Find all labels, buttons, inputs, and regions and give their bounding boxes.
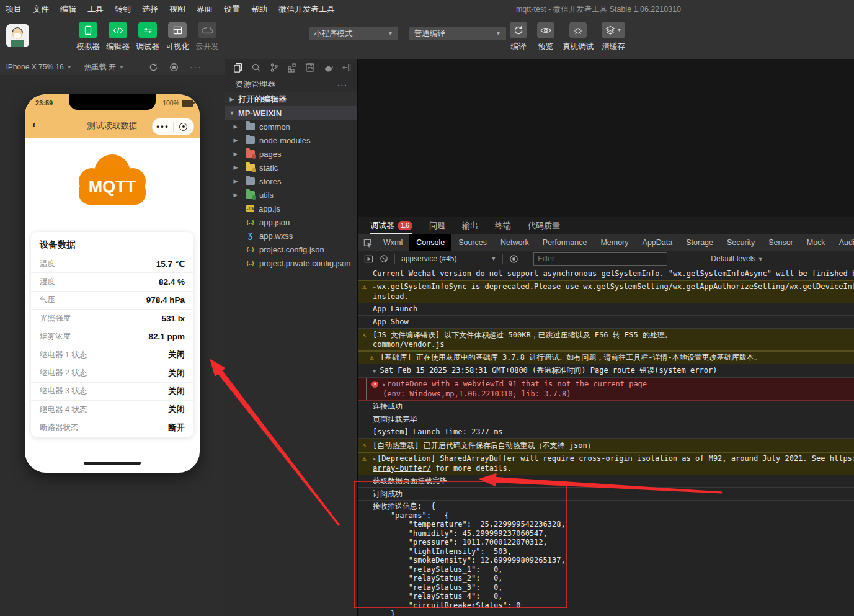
devtools-tab-console[interactable]: Console <box>409 234 451 251</box>
tree-item-app.wxss[interactable]: Ʒapp.wxss <box>225 229 357 243</box>
more-icon[interactable]: ··· <box>337 80 347 89</box>
home-target-icon[interactable] <box>174 123 194 131</box>
file-name: app.json <box>259 218 290 227</box>
battery-icon <box>182 100 193 107</box>
chevron-down-icon[interactable]: ▼ <box>373 368 376 374</box>
teapot-icon[interactable] <box>323 63 334 73</box>
menu-bar: 项目文件编辑工具转到选择视图界面设置帮助微信开发者工具 mqtt-test - … <box>0 0 854 19</box>
tree-item-common[interactable]: ▶common <box>225 120 357 133</box>
action-真机调试[interactable]: 真机调试 <box>559 22 597 52</box>
toolbar-button-调试器[interactable]: 调试器 <box>133 22 162 52</box>
file-name: common <box>259 122 290 132</box>
tree-item-project.config.json[interactable]: {..}project.config.json <box>225 243 357 256</box>
devtools-tab-memory[interactable]: Memory <box>594 234 635 251</box>
menu-item[interactable]: 工具 <box>82 0 109 19</box>
devtools-tab-sensor[interactable]: Sensor <box>762 234 800 251</box>
menu-item[interactable]: 编辑 <box>55 0 82 19</box>
filter-input[interactable] <box>533 252 667 266</box>
tree-item-project.private.config.json[interactable]: {..}project.private.config.json <box>225 256 357 270</box>
menu-item[interactable]: 项目 <box>0 0 27 19</box>
tree-item-pages[interactable]: ▶pages <box>225 147 357 161</box>
expand-caret-icon[interactable]: ▸ <box>373 455 376 462</box>
menu-item[interactable]: 界面 <box>191 0 218 19</box>
toolbar-button-编辑器[interactable]: 编辑器 <box>103 22 133 52</box>
tree-item-node-modules[interactable]: ▶node-modules <box>225 133 357 147</box>
compile-select[interactable]: 普通编译 ▼ <box>409 27 506 40</box>
collapse-sidebar-icon[interactable] <box>342 63 352 73</box>
capsule-menu[interactable]: ●●● <box>152 118 194 135</box>
chevron-right-icon: ▶ <box>233 137 239 143</box>
extensions-icon[interactable] <box>287 63 297 73</box>
console-row-log: Current Wechat version do not support as… <box>358 267 854 280</box>
chevron-down-icon: ▼ <box>67 65 72 70</box>
inspect-element-icon[interactable] <box>358 238 376 248</box>
panel-tab-输出[interactable]: 输出 <box>462 217 478 234</box>
project-root-section[interactable]: ▼ MP-WEIXIN <box>225 106 357 120</box>
expand-caret-icon[interactable]: ▸ <box>383 381 386 388</box>
menu-item[interactable]: 选择 <box>136 0 164 19</box>
devtools-tab-appdata[interactable]: AppData <box>636 234 680 251</box>
console-row-log: 连接成功 <box>358 401 854 414</box>
menu-items: 项目文件编辑工具转到选择视图界面设置帮助微信开发者工具 <box>0 0 340 19</box>
chevron-right-icon: ▶ <box>233 192 239 198</box>
stop-icon[interactable] <box>169 63 179 72</box>
folder-badge <box>252 154 256 159</box>
tree-item-app.js[interactable]: JSapp.js <box>225 202 357 215</box>
menu-item[interactable]: 视图 <box>164 0 191 19</box>
source-control-icon[interactable] <box>269 63 279 73</box>
context-select[interactable]: appservice (#45) ▼ <box>401 254 496 263</box>
restart-icon[interactable] <box>149 63 158 72</box>
tree-item-utils[interactable]: ▶utils <box>225 188 357 202</box>
sliders-icon <box>138 22 157 38</box>
devtools-tab-sources[interactable]: Sources <box>451 234 494 251</box>
more-dots-icon[interactable]: ●●● <box>153 123 173 130</box>
expand-caret-icon[interactable]: ▸ <box>373 283 376 290</box>
eye-icon[interactable] <box>509 254 518 264</box>
panel-tab-终端[interactable]: 终端 <box>495 217 511 234</box>
device-select[interactable]: iPhone X 75% 16 ▼ <box>0 63 78 71</box>
json-file-icon: {..} <box>246 260 255 266</box>
hot-reload-select[interactable]: 热重载 开 ▼ <box>78 62 130 73</box>
phone-navbar: ‹ 测试读取数据 ●●● <box>25 115 200 138</box>
console-link[interactable]: https://develope <box>830 454 854 463</box>
menu-item[interactable]: 帮助 <box>246 0 273 19</box>
menu-item[interactable]: 文件 <box>27 0 55 19</box>
clear-console-icon[interactable] <box>380 254 388 263</box>
panel-tab-调试器[interactable]: 调试器1,6 <box>370 217 412 234</box>
chevron-down-icon: ▼ <box>758 256 763 262</box>
folder-icon <box>246 164 255 171</box>
search-icon[interactable] <box>251 63 261 73</box>
tree-item-stores[interactable]: ▶stores <box>225 174 357 188</box>
action-编译[interactable]: 编译 <box>505 22 532 52</box>
action-清缓存[interactable]: ▼清缓存 <box>597 22 630 52</box>
panel-tab-代码质量[interactable]: 代码质量 <box>528 217 560 234</box>
menu-item[interactable]: 设置 <box>218 0 246 19</box>
files-icon[interactable] <box>233 63 243 73</box>
tree-item-static[interactable]: ▶static <box>225 161 357 174</box>
tree-item-app.json[interactable]: {..}app.json <box>225 215 357 229</box>
panel-tab-问题[interactable]: 问题 <box>429 217 445 234</box>
show-sidebar-icon[interactable] <box>364 254 373 264</box>
npm-icon[interactable] <box>305 63 315 73</box>
device-data-row: 继电器 4 状态关闭 <box>31 401 193 419</box>
devtools-tab-wxml[interactable]: Wxml <box>376 234 409 251</box>
devtools-tab-performance[interactable]: Performance <box>536 234 594 251</box>
open-editors-section[interactable]: ▶ 打开的编辑器 <box>225 92 357 106</box>
log-levels-select[interactable]: Default levels ▼ <box>711 254 763 263</box>
menu-item[interactable]: 转到 <box>109 0 136 19</box>
devtools-tab-storage[interactable]: Storage <box>679 234 720 251</box>
console-link[interactable]: array-buffer/ <box>373 464 431 473</box>
devtools-tab-network[interactable]: Network <box>494 234 536 251</box>
code-icon <box>109 22 127 38</box>
mode-select[interactable]: 小程序模式 ▼ <box>309 27 398 40</box>
explorer-title: 资源管理器 <box>235 79 275 90</box>
devtools-tab-audits[interactable]: Audits <box>832 234 854 251</box>
more-icon[interactable]: ··· <box>190 62 202 72</box>
toolbar-button-可视化[interactable]: 可视化 <box>162 22 192 52</box>
menu-item[interactable]: 微信开发者工具 <box>273 0 340 19</box>
action-预览[interactable]: 预览 <box>532 22 559 52</box>
avatar[interactable] <box>6 24 29 47</box>
devtools-tab-security[interactable]: Security <box>720 234 762 251</box>
toolbar-button-模拟器[interactable]: 模拟器 <box>73 22 103 52</box>
devtools-tab-mock[interactable]: Mock <box>800 234 832 251</box>
